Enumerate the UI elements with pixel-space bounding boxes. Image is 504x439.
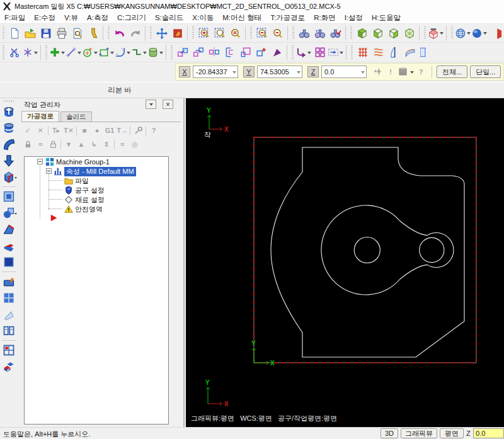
create-rect-button[interactable] [98,45,115,60]
select-all-button[interactable]: 전체... [437,66,467,78]
chevron-down-icon[interactable] [110,52,114,56]
solid-revolve-button[interactable] [1,120,17,136]
om-select-entities-button[interactable]: ◎ [129,139,141,151]
toolbar-grip[interactable] [45,45,47,59]
tree-insert-marker[interactable] [50,214,60,222]
om-verify-button[interactable]: ● [91,125,103,137]
solid-dimension-button[interactable] [1,322,17,339]
chevron-down-icon[interactable] [127,52,130,56]
tree-expander[interactable] [46,168,52,174]
toolbar-grip[interactable] [3,26,4,40]
om-regen-all-button[interactable]: T✕ [62,125,75,137]
chevron-down-icon[interactable] [410,71,414,76]
z-coordinate-button[interactable]: Z [307,66,319,77]
shaded-sphere-button[interactable] [471,25,488,41]
chevron-down-icon[interactable] [143,52,147,56]
chevron-down-icon[interactable] [297,71,301,76]
xform-scale-button[interactable] [238,45,253,60]
solid-extrude-button[interactable] [1,103,17,120]
graphics-viewport[interactable]: Y X 작 Y X Y X 그래픽뷰:평 [186,98,504,427]
toolbar-grip[interactable] [451,26,453,40]
zoom-window-plus-button[interactable] [196,25,212,41]
unzoom-window-button[interactable] [254,25,270,41]
menu-item-10[interactable]: I:설정 [340,13,367,23]
tree-row-stock-setup[interactable]: 재료 설정 [64,195,105,204]
chevron-down-icon[interactable] [307,52,311,56]
solid-sweep-button[interactable] [1,136,17,152]
chevron-down-icon[interactable] [232,71,236,76]
xform-array-button[interactable] [312,45,328,60]
solid-boolean-button[interactable] [1,205,17,221]
om-move-up-button[interactable]: ▲ [75,139,88,151]
chevron-down-icon[interactable] [34,52,38,56]
menu-item-4[interactable]: C:그리기 [113,13,151,23]
create-polyline-button[interactable] [131,45,147,60]
om-toolpath-display-button[interactable]: ≈ [34,139,47,151]
z-depth-input[interactable]: 0.0 [473,428,504,438]
chevron-down-icon[interactable] [467,32,471,37]
create-circle-button[interactable] [82,45,98,60]
om-backplot-button[interactable]: ■ [78,125,91,137]
tree-row-files[interactable]: 파일 [64,176,89,185]
solid-array-button[interactable] [1,290,17,306]
om-scroll-button[interactable]: ⇕ [100,139,113,151]
plane-button[interactable]: 평면 [440,428,464,438]
gview-left-button[interactable] [370,25,386,41]
gview-button[interactable]: 그래픽뷰 [401,428,437,438]
tree-row-machine-group[interactable]: Machine Group-1 [45,157,110,166]
print-button[interactable] [54,25,69,41]
gview-right-button[interactable] [386,25,401,41]
create-cylinder-button[interactable] [147,45,164,60]
x-coordinate-input[interactable]: -20.84337 [193,66,238,78]
solid-primitives-button[interactable] [1,358,17,375]
z-coordinate-input[interactable]: 0.0 [321,66,367,78]
panel-close-button[interactable]: ✕ [163,100,173,109]
autocursor-fast-button[interactable] [372,66,384,78]
toolbar-grip[interactable] [292,26,294,40]
menu-item-9[interactable]: R:화면 [309,13,340,23]
autocursor-alert-button[interactable]: ! [384,66,397,78]
chevron-down-icon[interactable] [159,52,163,56]
om-insert-arrow-button[interactable]: ↳ [88,139,100,151]
toolpath-tree[interactable]: Machine Group-1 속성 - Mill Default MM 파일 … [24,156,169,425]
om-feed-button[interactable]: T→ [116,125,129,137]
y-coordinate-input[interactable]: 74.53005 [257,66,302,78]
save-file-button[interactable] [38,25,54,41]
solid-chamfer-button[interactable] [1,221,17,237]
chevron-down-icon[interactable] [94,52,98,56]
solid-fillet-button[interactable] [1,169,17,185]
toolbar-grip[interactable] [150,26,152,40]
x-coordinate-button[interactable]: X [179,66,190,77]
menu-item-6[interactable]: X:이동 [188,13,218,23]
open-file-button[interactable] [22,25,38,41]
print-preview-button[interactable] [69,25,85,41]
zoom-equal-button[interactable] [227,25,243,41]
chevron-down-icon[interactable] [14,213,17,216]
solid-trim-button[interactable] [1,254,17,270]
autocursor-help-button[interactable]: ? [415,66,427,78]
create-line-button[interactable] [66,45,82,60]
surface-draft-button[interactable] [386,45,402,60]
toolbar-grip[interactable] [292,45,294,59]
solid-surface-button[interactable] [1,342,17,358]
tree-row-properties[interactable]: 속성 - Mill Default MM [54,167,136,176]
xform-roll-button[interactable] [295,45,312,60]
chevron-down-icon[interactable] [14,177,17,180]
chevron-down-icon[interactable] [440,32,444,37]
create-fillet-button[interactable] [115,45,131,60]
om-lock-display-button[interactable] [47,139,59,151]
wireframe-globe-button[interactable] [455,25,471,41]
om-lock-button[interactable] [21,139,34,151]
toolbar-grip[interactable] [350,26,352,40]
tree-expander[interactable] [37,159,43,164]
tab-toolpaths[interactable]: 가공경로 [21,111,59,122]
chevron-down-icon[interactable] [340,52,343,56]
tree-row-safety-zone[interactable]: 안전영역 [64,205,103,214]
clip-red-button[interactable] [488,25,503,41]
toolbar-grip[interactable] [192,26,194,40]
chevron-down-icon[interactable] [483,32,487,37]
toolbar-grip[interactable] [424,26,426,40]
unzoom-button[interactable] [270,25,285,41]
xform-translate-button[interactable] [175,45,190,60]
solid-flag-button[interactable] [1,306,17,322]
